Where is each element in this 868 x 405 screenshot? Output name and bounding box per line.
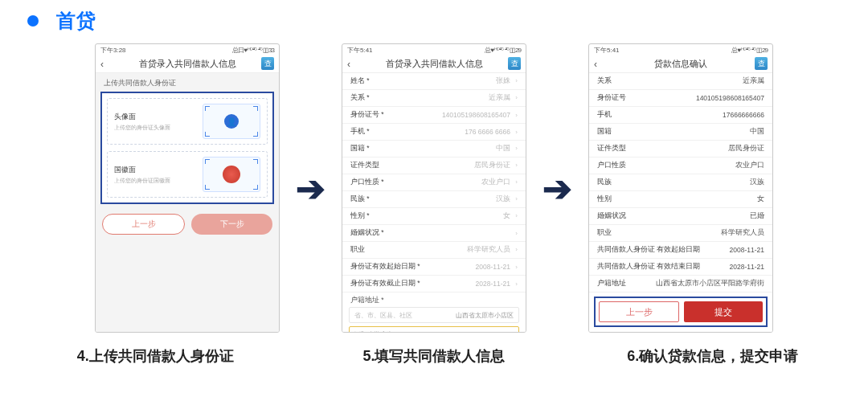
avatar-icon: 👤 — [224, 114, 239, 129]
row-value: 农业户口 › — [481, 178, 518, 187]
form-row[interactable]: 证件类型居民身份证 › — [342, 158, 526, 174]
bullet-icon — [27, 15, 39, 27]
form-row[interactable]: 民族 *汉族 › — [342, 191, 526, 208]
form-row[interactable]: 职业科学研究人员 › — [342, 242, 526, 259]
row-value: 居民身份证 — [728, 144, 764, 153]
chevron-right-icon: › — [515, 195, 518, 202]
row-value: 140105198608165407 — [696, 94, 764, 102]
row-value: 中国 › — [496, 144, 518, 153]
info-row: 职业科学研究人员 — [589, 225, 772, 242]
chevron-right-icon: › — [515, 129, 518, 136]
prev-button[interactable]: 上一步 — [599, 301, 679, 322]
form-row[interactable]: 国籍 *中国 › — [342, 141, 526, 158]
form-row[interactable]: 性别 *女 › — [342, 208, 526, 225]
phone-step4: 下午3:28 总日♥ ᴴᴰ⁴ᴳ ⁴ᴳ ▯▯ 33 ‹ 首贷录入共同借款人信息 查… — [95, 43, 280, 333]
p1-buttons: 上一步 下一步 — [100, 214, 274, 235]
row-label: 证件类型 — [350, 161, 379, 170]
row-label: 户籍地址 — [597, 279, 626, 288]
row-label: 身份证号 — [597, 93, 626, 103]
info-row: 国籍中国 — [589, 124, 772, 141]
info-row: 户口性质农业户口 — [589, 158, 772, 174]
row-value: 中国 — [750, 127, 764, 137]
page-title: 首贷录入共同借款人信息 — [386, 58, 483, 70]
info-row: 身份证号140105198608165407 — [589, 90, 772, 107]
chevron-right-icon: › — [515, 246, 518, 253]
row-label: 户口性质 * — [350, 178, 384, 187]
back-icon[interactable]: ‹ — [100, 59, 104, 70]
row-label: 共同借款人身份证 有效结束日期 — [597, 262, 700, 272]
row-label: 婚姻状况 — [597, 211, 626, 221]
chevron-right-icon: › — [515, 178, 518, 186]
form-row[interactable]: 关系 *近亲属 › — [342, 90, 526, 107]
form-row[interactable]: 手机 *176 6666 6666 › — [342, 124, 526, 141]
row-label: 国籍 * — [350, 144, 370, 153]
status-signal: 总♥ ᴴᴰ⁴ᴳ ⁴ᴳ ▯▯ 29 — [485, 46, 521, 55]
back-icon[interactable]: ‹ — [594, 59, 597, 70]
idcard-back[interactable]: 国徽面 上传您的身份证国徽面 — [107, 151, 268, 198]
info-row: 性别女 — [589, 191, 772, 208]
row-value: 女 — [757, 194, 764, 204]
p1-body: 上传共同借款人身份证 头像面 上传您的身份证头像面 👤 国徽面 上传您的身 — [96, 73, 279, 332]
p3-body: 关系近亲属身份证号140105198608165407手机17666666666… — [589, 73, 772, 332]
row-label: 身份证有效截止日期 * — [350, 279, 420, 288]
arrow-icon: ➔ — [296, 168, 326, 209]
phone-step5: 下午5:41 总♥ ᴴᴰ⁴ᴳ ⁴ᴳ ▯▯ 29 ‹ 首贷录入共同借款人信息 查 … — [342, 43, 526, 333]
row-value: 女 › — [503, 211, 518, 221]
chevron-right-icon: › — [515, 264, 518, 271]
p2-body: 姓名 *张姝 ›关系 *近亲属 ›身份证号 *14010519860816540… — [342, 73, 526, 332]
cha-badge[interactable]: 查 — [261, 57, 274, 70]
p3-footer-highlight: 上一步 提交 — [594, 297, 768, 327]
info-row: 户籍地址山西省太原市小店区平阳路学府街 — [589, 276, 772, 292]
form-row[interactable]: 户口性质 *农业户口 › — [342, 174, 526, 191]
back-icon[interactable]: ‹ — [347, 59, 350, 70]
idcard-back-image — [203, 157, 260, 192]
titlebar: ‹ 首贷录入共同借款人信息 查 — [96, 55, 279, 73]
idcard-back-text: 国徽面 上传您的身份证国徽面 — [114, 165, 170, 185]
form-row[interactable]: 身份证号 *140105198608165407 › — [342, 107, 526, 124]
info-row: 证件类型居民身份证 — [589, 141, 772, 158]
form-row[interactable]: 身份证有效截止日期 *2028-11-21 › — [342, 276, 526, 292]
cha-badge[interactable]: 查 — [755, 57, 768, 70]
upload-section-label: 上传共同借款人身份证 — [100, 73, 274, 92]
chevron-right-icon: › — [515, 162, 518, 169]
address-label: 户籍地址 * — [342, 292, 526, 307]
prev-button[interactable]: 上一步 — [102, 214, 185, 235]
idcard-front-text: 头像面 上传您的身份证头像面 — [114, 112, 170, 132]
status-signal: 总日♥ ᴴᴰ⁴ᴳ ⁴ᴳ ▯▯ 33 — [232, 46, 274, 55]
form-row[interactable]: 姓名 *张姝 › — [342, 73, 526, 90]
phones-row: 下午3:28 总日♥ ᴴᴰ⁴ᴳ ⁴ᴳ ▯▯ 33 ‹ 首贷录入共同借款人信息 查… — [0, 43, 868, 333]
form-row[interactable]: 婚姻状况 * › — [342, 225, 526, 242]
caption-5: 5.填写共同借款人信息 — [321, 347, 547, 366]
chevron-right-icon: › — [515, 145, 518, 152]
submit-button[interactable]: 提交 — [684, 301, 763, 322]
row-label: 性别 — [597, 194, 612, 204]
chevron-right-icon: › — [515, 112, 518, 119]
caption-6: 6.确认贷款信息，提交申请 — [600, 347, 825, 366]
cha-badge[interactable]: 查 — [508, 57, 521, 70]
idcard-highlight: 头像面 上传您的身份证头像面 👤 国徽面 上传您的身份证国徽面 — [100, 92, 274, 204]
row-label: 性别 * — [350, 211, 370, 221]
row-value: 2008-11-21 › — [475, 263, 518, 271]
idcard-front[interactable]: 头像面 上传您的身份证头像面 👤 — [107, 98, 268, 145]
address-street-input[interactable]: 平阳路学府街 — [349, 326, 519, 332]
row-value: 农业户口 — [735, 161, 764, 170]
row-value: 汉族 › — [496, 194, 518, 204]
status-signal: 总♥ ᴴᴰ⁴ᴳ ⁴ᴳ ▯▯ 29 — [731, 46, 768, 55]
status-time: 下午5:41 — [347, 46, 373, 55]
row-value: 近亲属 — [743, 76, 764, 86]
info-row: 共同借款人身份证 有效结束日期2028-11-21 — [589, 259, 772, 276]
info-row: 关系近亲属 — [589, 73, 772, 90]
row-value: › — [512, 229, 518, 237]
chevron-right-icon: › — [515, 94, 518, 101]
info-row: 共同借款人身份证 有效起始日期2008-11-21 — [589, 242, 772, 259]
row-label: 职业 — [597, 228, 612, 238]
row-label: 民族 * — [350, 194, 370, 204]
address-region-input[interactable]: 省、市、区县、社区山西省太原市小店区 — [349, 307, 519, 323]
chevron-right-icon: › — [515, 230, 518, 237]
row-label: 职业 — [350, 245, 365, 255]
form-row[interactable]: 身份证有效起始日期 *2008-11-21 › — [342, 259, 526, 276]
chevron-right-icon: › — [515, 212, 518, 219]
row-label: 关系 — [597, 76, 612, 86]
next-button[interactable]: 下一步 — [191, 214, 272, 235]
info-row: 民族汉族 — [589, 174, 772, 191]
